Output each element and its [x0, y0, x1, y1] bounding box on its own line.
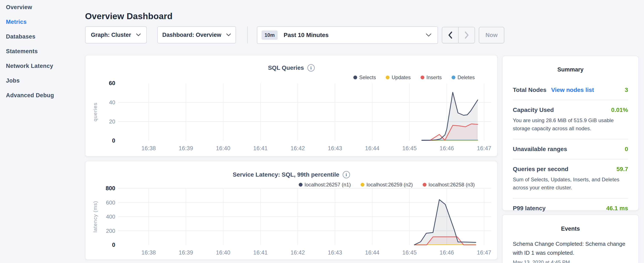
summary-row-label: Queries per second — [513, 166, 568, 173]
dashboard-dropdown-label: Dashboard: Overview — [162, 32, 221, 38]
x-axis-label: 16:41 — [253, 249, 268, 256]
x-axis-label: 16:40 — [216, 145, 230, 151]
x-axis-label: 16:42 — [290, 249, 305, 256]
y-axis-label: 0 — [112, 242, 115, 248]
summary-row-label: Capacity Used — [513, 107, 554, 113]
y-axis-label: 60 — [109, 80, 115, 86]
time-range-dropdown[interactable]: 10m Past 10 Minutes — [257, 26, 438, 44]
service-latency-chart[interactable]: 16:3816:3916:4016:4116:4216:4316:4416:45… — [86, 161, 497, 259]
service-latency-chart-card: Service Latency: SQL, 99th percentile i … — [85, 161, 498, 260]
x-axis-label: 16:47 — [477, 249, 491, 256]
x-axis-label: 16:43 — [328, 145, 342, 151]
summary-panel: Summary Total NodesView nodes list3Capac… — [502, 56, 639, 211]
chevron-left-icon — [448, 31, 453, 39]
toolbar-divider — [247, 26, 248, 43]
y-axis-label: 20 — [109, 118, 115, 125]
x-axis-label: 16:44 — [365, 249, 380, 256]
events-panel: Events Schema Change Completed: Schema c… — [502, 214, 639, 263]
summary-title: Summary — [513, 66, 628, 73]
y-axis-label: 200 — [106, 228, 115, 234]
sidebar-item-overview[interactable]: Overview — [0, 0, 85, 15]
summary-row-description: You are using 28.6 MiB of 515.9 GiB usab… — [513, 116, 628, 133]
sidebar-item-metrics[interactable]: Metrics — [0, 15, 85, 29]
series-area — [422, 92, 478, 141]
page-title: Overview Dashboard — [85, 11, 172, 21]
summary-row: Capacity Used0.01%You are using 28.6 MiB… — [513, 100, 628, 139]
summary-row-label: Total Nodes — [513, 87, 546, 93]
summary-row: Unavailable ranges0 — [513, 139, 628, 159]
now-button[interactable]: Now — [479, 27, 504, 43]
summary-row-description: Sum of Selects, Updates, Inserts, and De… — [513, 176, 628, 192]
sidebar-item-statements[interactable]: Statements — [0, 44, 85, 59]
x-axis-label: 16:44 — [365, 145, 380, 151]
time-range-label: Past 10 Minutes — [284, 32, 426, 39]
summary-row-value: 59.7 — [616, 166, 628, 173]
events-list: Schema Change Completed: Schema change w… — [513, 239, 628, 263]
summary-row-value: 0 — [625, 146, 628, 153]
sql-queries-chart-card: SQL Queries i SelectsUpdatesInsertsDelet… — [85, 55, 498, 157]
next-time-button[interactable] — [458, 27, 474, 43]
x-axis-label: 16:42 — [290, 145, 305, 151]
x-axis-label: 16:38 — [142, 249, 156, 256]
x-axis-label: 16:41 — [253, 145, 268, 151]
x-axis-label: 16:40 — [216, 249, 230, 256]
summary-row-label: P99 latency — [513, 205, 546, 212]
summary-row: Total NodesView nodes list3 — [513, 80, 628, 100]
chevron-down-icon — [226, 34, 231, 36]
y-axis-unit-label: queries — [92, 102, 98, 121]
summary-row-value: 46.1 ms — [606, 205, 628, 212]
time-range-badge: 10m — [262, 31, 278, 40]
sidebar-item-databases[interactable]: Databases — [0, 29, 85, 44]
x-axis-label: 16:45 — [402, 145, 417, 151]
summary-row-value: 0.01% — [611, 107, 628, 113]
previous-time-button[interactable] — [442, 27, 458, 43]
summary-row: Queries per second59.7Sum of Selects, Up… — [513, 159, 628, 198]
sidebar: OverviewMetricsDatabasesStatementsNetwor… — [0, 0, 85, 263]
summary-row-value: 3 — [625, 87, 628, 93]
sidebar-item-jobs[interactable]: Jobs — [0, 73, 85, 88]
x-axis-label: 16:45 — [402, 249, 417, 256]
x-axis-label: 16:46 — [440, 145, 454, 151]
events-title: Events — [513, 225, 628, 232]
series-area — [414, 200, 476, 245]
view-nodes-list-link[interactable]: View nodes list — [551, 87, 594, 93]
x-axis-label: 16:39 — [179, 145, 193, 151]
y-axis-label: 600 — [106, 199, 115, 206]
time-step-buttons — [442, 27, 475, 43]
x-axis-label: 16:43 — [328, 249, 342, 256]
summary-rows: Total NodesView nodes list3Capacity Used… — [513, 80, 628, 218]
y-axis-label: 400 — [106, 213, 115, 220]
sidebar-item-network-latency[interactable]: Network Latency — [0, 59, 85, 73]
x-axis-label: 16:38 — [142, 145, 156, 151]
y-axis-label: 800 — [106, 185, 115, 191]
graph-dropdown-label: Graph: Cluster — [91, 32, 131, 38]
event-text: Schema Change Completed: Schema change w… — [513, 239, 628, 257]
sidebar-item-advanced-debug[interactable]: Advanced Debug — [0, 88, 85, 103]
x-axis-label: 16:39 — [179, 249, 193, 256]
graph-dropdown[interactable]: Graph: Cluster — [85, 26, 147, 43]
summary-row-label: Unavailable ranges — [513, 146, 567, 153]
chevron-down-icon — [136, 34, 141, 36]
chevron-right-icon — [464, 31, 469, 39]
y-axis-unit-label: latency (ms) — [92, 201, 98, 232]
event-timestamp: May 13, 2020 at 4:45 PM — [513, 259, 628, 263]
sql-queries-chart[interactable]: 16:3816:3916:4016:4116:4216:4316:4416:45… — [86, 55, 497, 156]
y-axis-label: 40 — [109, 99, 115, 106]
dashboard-dropdown[interactable]: Dashboard: Overview — [157, 26, 236, 43]
chevron-down-icon — [426, 34, 432, 37]
x-axis-label: 16:46 — [440, 249, 454, 256]
x-axis-label: 16:47 — [477, 145, 491, 151]
y-axis-label: 0 — [112, 137, 115, 144]
